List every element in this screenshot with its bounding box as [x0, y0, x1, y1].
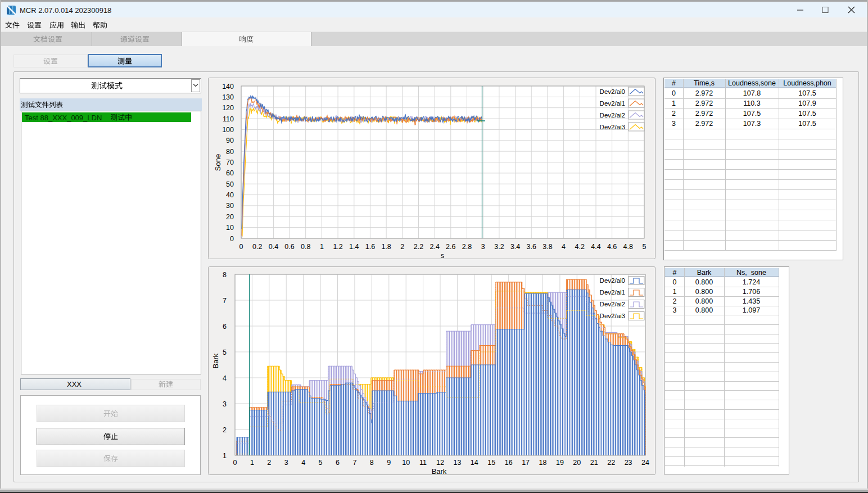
svg-text:100: 100 — [222, 126, 234, 134]
svg-text:1.2: 1.2 — [333, 243, 342, 251]
svg-text:4: 4 — [301, 459, 305, 467]
svg-text:1: 1 — [223, 452, 227, 460]
svg-text:1: 1 — [320, 243, 324, 251]
svg-text:1.4: 1.4 — [349, 243, 359, 251]
svg-text:140: 140 — [222, 83, 234, 91]
svg-text:20: 20 — [226, 213, 234, 221]
svg-text:40: 40 — [226, 191, 234, 199]
svg-text:Dev2/ai1: Dev2/ai1 — [600, 289, 625, 296]
svg-text:2: 2 — [223, 426, 227, 434]
svg-text:2.8: 2.8 — [462, 243, 472, 251]
svg-text:1.8: 1.8 — [381, 243, 391, 251]
svg-text:0.8: 0.8 — [301, 243, 310, 251]
svg-text:10: 10 — [226, 224, 234, 232]
svg-text:90: 90 — [226, 137, 234, 144]
svg-text:0: 0 — [233, 459, 237, 467]
svg-text:3: 3 — [223, 400, 227, 408]
svg-text:1: 1 — [250, 459, 254, 467]
svg-text:18: 18 — [539, 459, 547, 467]
svg-text:0.2: 0.2 — [252, 243, 262, 251]
svg-text:5: 5 — [319, 459, 323, 467]
svg-text:21: 21 — [590, 459, 598, 467]
svg-text:110: 110 — [223, 115, 234, 123]
svg-text:60: 60 — [226, 169, 234, 177]
svg-text:17: 17 — [522, 459, 530, 467]
svg-text:4.6: 4.6 — [607, 243, 617, 251]
svg-text:24: 24 — [641, 459, 649, 467]
svg-text:Bark: Bark — [211, 353, 220, 368]
svg-text:Sone: Sone — [214, 154, 222, 171]
svg-text:2: 2 — [400, 243, 404, 251]
svg-text:19: 19 — [556, 459, 564, 467]
svg-text:Dev2/ai1: Dev2/ai1 — [600, 100, 625, 107]
svg-text:3.4: 3.4 — [510, 243, 520, 251]
svg-text:3.6: 3.6 — [527, 243, 536, 251]
svg-text:Dev2/ai0: Dev2/ai0 — [600, 88, 625, 95]
svg-text:80: 80 — [226, 148, 234, 156]
svg-text:3.8: 3.8 — [542, 243, 552, 251]
svg-text:7: 7 — [223, 297, 227, 305]
svg-text:70: 70 — [226, 159, 234, 166]
svg-text:5: 5 — [223, 349, 227, 356]
svg-text:9: 9 — [387, 459, 391, 467]
svg-text:0.6: 0.6 — [284, 243, 294, 251]
svg-text:30: 30 — [226, 202, 234, 210]
svg-text:2: 2 — [267, 459, 271, 467]
svg-text:14: 14 — [471, 459, 478, 467]
svg-text:Dev2/ai2: Dev2/ai2 — [600, 112, 625, 119]
svg-text:4: 4 — [562, 243, 566, 251]
svg-text:3: 3 — [481, 243, 485, 251]
svg-text:3: 3 — [284, 459, 288, 467]
svg-text:6: 6 — [223, 323, 227, 331]
svg-text:4: 4 — [223, 374, 227, 382]
svg-text:8: 8 — [223, 271, 227, 279]
svg-text:2.2: 2.2 — [414, 243, 423, 251]
svg-text:16: 16 — [505, 459, 513, 467]
svg-text:50: 50 — [226, 180, 234, 188]
svg-text:Bark: Bark — [432, 467, 447, 475]
svg-text:4.8: 4.8 — [623, 243, 633, 251]
svg-text:6: 6 — [336, 459, 340, 467]
svg-text:1.6: 1.6 — [365, 243, 375, 251]
svg-text:5: 5 — [643, 243, 647, 251]
svg-text:20: 20 — [573, 459, 581, 467]
svg-text:0: 0 — [230, 235, 234, 243]
svg-text:11: 11 — [419, 459, 427, 467]
svg-text:Dev2/ai0: Dev2/ai0 — [600, 277, 625, 284]
svg-text:2.6: 2.6 — [446, 243, 455, 251]
svg-text:0.4: 0.4 — [269, 243, 278, 251]
svg-text:s: s — [441, 251, 445, 259]
svg-text:8: 8 — [370, 459, 374, 467]
svg-text:Dev2/ai3: Dev2/ai3 — [600, 313, 625, 319]
svg-text:2.4: 2.4 — [430, 243, 440, 251]
svg-text:23: 23 — [625, 459, 632, 467]
svg-text:15: 15 — [487, 459, 495, 467]
svg-text:12: 12 — [436, 459, 444, 467]
svg-text:4.4: 4.4 — [591, 243, 600, 251]
svg-text:13: 13 — [453, 459, 461, 467]
svg-text:3.2: 3.2 — [494, 243, 504, 251]
svg-text:Dev2/ai3: Dev2/ai3 — [600, 124, 625, 130]
svg-text:22: 22 — [607, 459, 615, 467]
svg-text:4.2: 4.2 — [575, 243, 585, 251]
svg-text:Dev2/ai2: Dev2/ai2 — [600, 301, 625, 307]
svg-text:130: 130 — [222, 93, 234, 101]
svg-text:120: 120 — [222, 104, 234, 112]
svg-text:0: 0 — [239, 243, 243, 251]
svg-text:7: 7 — [352, 459, 356, 467]
svg-text:10: 10 — [402, 459, 410, 467]
